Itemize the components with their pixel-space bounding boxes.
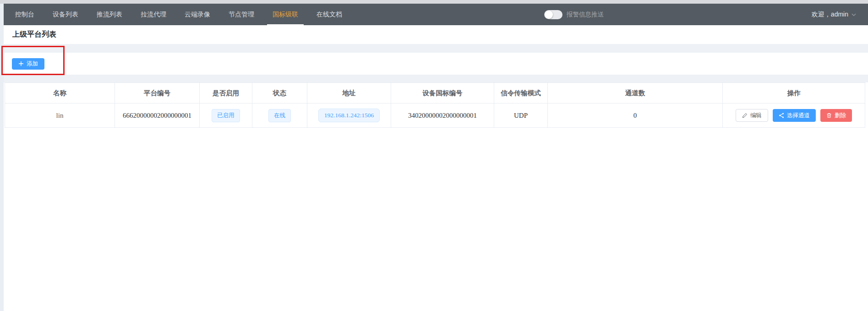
col-header-name: 名称 (5, 83, 115, 104)
add-button[interactable]: 添加 (12, 58, 44, 70)
nav-tab-node-manage[interactable]: 节点管理 (219, 4, 263, 25)
col-header-channels: 通道数 (548, 83, 723, 104)
cell-transport: UDP (494, 104, 548, 128)
window-left-edge (0, 4, 4, 311)
col-header-transport: 信令传输模式 (494, 83, 548, 104)
edit-button[interactable]: 编辑 (736, 109, 768, 122)
status-badge: 在线 (268, 109, 291, 122)
col-header-enabled: 是否启用 (200, 83, 252, 104)
spacer-band (4, 75, 868, 82)
col-header-platform-id: 平台编号 (115, 83, 200, 104)
platform-table: 名称 平台编号 是否启用 状态 地址 设备国标编号 信令传输模式 通道数 操作 … (5, 82, 865, 128)
page-title: 上级平台列表 (12, 30, 56, 39)
cell-address: 192.168.1.242:1506 (307, 104, 391, 128)
table-header-row: 名称 平台编号 是否启用 状态 地址 设备国标编号 信令传输模式 通道数 操作 (5, 83, 865, 104)
main-navbar: 控制台 设备列表 推流列表 拉流代理 云端录像 节点管理 国标级联 在线文档 报… (4, 4, 868, 25)
delete-button[interactable]: 删除 (820, 109, 852, 122)
enabled-badge: 已启用 (212, 109, 240, 122)
window-top-edge (0, 0, 868, 4)
nav-tab-pull-proxy[interactable]: 拉流代理 (131, 4, 175, 25)
user-menu[interactable]: 欢迎，admin (812, 4, 856, 25)
edit-button-label: 编辑 (750, 112, 762, 120)
cell-gb-id: 34020000002000000001 (391, 104, 494, 128)
nav-tab-device-list[interactable]: 设备列表 (44, 4, 87, 25)
spacer-band (4, 44, 868, 53)
cell-status: 在线 (252, 104, 307, 128)
pencil-icon (742, 113, 748, 118)
cell-channels: 0 (548, 104, 723, 128)
cell-platform-id: 66620000002000000001 (115, 104, 200, 128)
nav-tabs: 控制台 设备列表 推流列表 拉流代理 云端录像 节点管理 国标级联 在线文档 (6, 4, 351, 25)
platform-table-panel: 名称 平台编号 是否启用 状态 地址 设备国标编号 信令传输模式 通道数 操作 … (4, 82, 868, 311)
nav-tab-console[interactable]: 控制台 (6, 4, 44, 25)
title-bar: 上级平台列表 (4, 25, 868, 44)
trash-icon (826, 113, 832, 118)
share-icon (779, 113, 784, 118)
alarm-push-toggle[interactable] (544, 10, 562, 19)
nav-tab-cloud-record[interactable]: 云端录像 (175, 4, 219, 25)
select-channel-button[interactable]: 选择通道 (773, 109, 816, 122)
page: 控制台 设备列表 推流列表 拉流代理 云端录像 节点管理 国标级联 在线文档 报… (4, 4, 868, 311)
nav-tab-gb-cascade-active[interactable]: 国标级联 (263, 4, 307, 25)
delete-button-label: 删除 (835, 112, 846, 120)
welcome-text: 欢迎，admin (812, 11, 848, 19)
col-header-status: 状态 (252, 83, 307, 104)
chevron-down-icon (852, 13, 856, 16)
address-badge[interactable]: 192.168.1.242:1506 (318, 109, 380, 122)
table-row: lin 66620000002000000001 已启用 在线 192.168.… (5, 104, 865, 128)
cell-operations: 编辑 选择通道 (723, 104, 865, 128)
col-header-gb-id: 设备国标编号 (391, 83, 494, 104)
select-channel-label: 选择通道 (787, 112, 810, 120)
add-button-label: 添加 (27, 60, 38, 68)
nav-tab-push-list[interactable]: 推流列表 (87, 4, 131, 25)
nav-tab-online-docs[interactable]: 在线文档 (307, 4, 351, 25)
alarm-push-toggle-group: 报警信息推送 (544, 4, 604, 25)
cell-name: lin (5, 104, 115, 128)
col-header-address: 地址 (307, 83, 391, 104)
toolbar-panel: 添加 (4, 53, 868, 75)
cell-enabled: 已启用 (200, 104, 252, 128)
col-header-operations: 操作 (723, 83, 865, 104)
screen: 控制台 设备列表 推流列表 拉流代理 云端录像 节点管理 国标级联 在线文档 报… (0, 0, 868, 311)
plus-icon (18, 61, 24, 66)
toggle-knob (545, 11, 553, 19)
alarm-push-label: 报警信息推送 (567, 11, 604, 19)
